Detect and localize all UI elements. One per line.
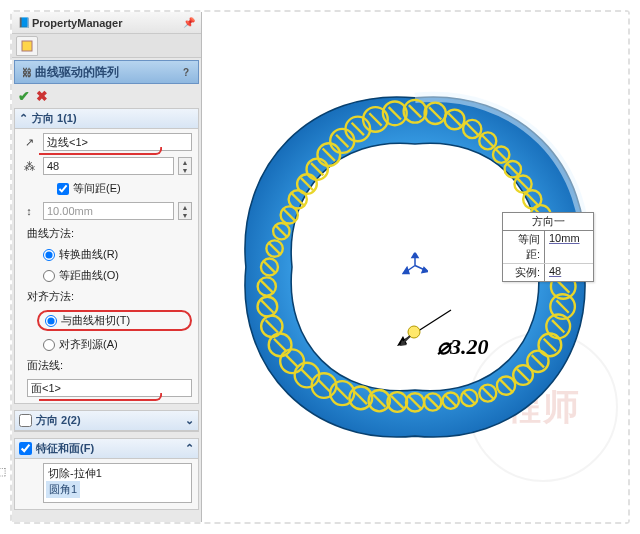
- instances-spinner[interactable]: ▲▼: [178, 157, 192, 175]
- book-icon: 📘: [16, 15, 32, 31]
- direction2-panel: 方向 2(2) ⌄: [14, 410, 199, 432]
- align-method-label: 对齐方法:: [27, 289, 192, 304]
- callout-row[interactable]: 等间距: 10mm: [503, 231, 593, 264]
- face-select-field[interactable]: 面<1>: [27, 379, 192, 397]
- spacing-spinner[interactable]: ▲▼: [178, 202, 192, 220]
- feature-list[interactable]: 切除-拉伸1 圆角1: [43, 463, 192, 503]
- tab-feature-icon[interactable]: [16, 36, 38, 56]
- face-normal-label: 面法线:: [27, 358, 192, 373]
- property-manager-panel: 📘 PropertyManager 📌 ⛓ 曲线驱动的阵列 ? ✔ ✖ ⌃ 方向…: [12, 12, 202, 522]
- equal-spacing-checkbox[interactable]: 等间距(E): [57, 181, 121, 196]
- features-checkbox[interactable]: [19, 442, 32, 455]
- svg-marker-102: [403, 268, 409, 274]
- list-item[interactable]: 切除-拉伸1: [46, 466, 189, 481]
- direction1-title: 方向 1(1): [32, 111, 77, 126]
- direction-callout[interactable]: 方向一 等间距: 10mm 实例: 48: [502, 212, 594, 282]
- features-header[interactable]: 特征和面(F) ⌃: [15, 439, 198, 459]
- chevron-down-icon: ⌄: [185, 414, 194, 427]
- instances-input[interactable]: 48: [43, 157, 174, 175]
- chevron-up-icon: ⌃: [185, 442, 194, 455]
- pattern-icon: ⛓: [19, 64, 35, 80]
- graphics-viewport[interactable]: 程师: [202, 12, 628, 522]
- spacing-input[interactable]: 10.00mm: [43, 202, 174, 220]
- ok-button[interactable]: ✔: [18, 88, 30, 104]
- features-title: 特征和面(F): [36, 441, 94, 456]
- callout-title: 方向一: [503, 213, 593, 231]
- pm-tabs: [12, 34, 201, 58]
- radio-align-to-seed[interactable]: 对齐到源(A): [43, 337, 192, 352]
- instances-icon: ⁂: [19, 158, 39, 174]
- ok-cancel-bar: ✔ ✖: [12, 86, 201, 106]
- pm-title: PropertyManager: [32, 17, 181, 29]
- svg-rect-0: [22, 41, 32, 51]
- direction-arrow-icon[interactable]: ↗: [19, 134, 39, 150]
- pin-icon[interactable]: 📌: [181, 15, 197, 31]
- list-item[interactable]: 圆角1: [46, 481, 80, 498]
- direction2-title: 方向 2(2): [36, 413, 81, 428]
- features-panel: 特征和面(F) ⌃ ⬚ 切除-拉伸1 圆角1: [14, 438, 199, 510]
- direction2-header[interactable]: 方向 2(2) ⌄: [15, 411, 198, 431]
- diameter-dimension[interactable]: ⌀3.20: [437, 334, 489, 360]
- feature-title-bar: ⛓ 曲线驱动的阵列 ?: [14, 60, 199, 84]
- curve-method-label: 曲线方法:: [27, 226, 192, 241]
- cancel-button[interactable]: ✖: [36, 88, 48, 104]
- direction1-panel: ⌃ 方向 1(1) ↗ 边线<1> ⁂ 48 ▲▼ 等间距(E): [14, 108, 199, 404]
- spacing-icon: ↕: [19, 203, 39, 219]
- radio-offset-curve[interactable]: 等距曲线(O): [43, 268, 192, 283]
- origin-triad-icon: [402, 253, 428, 282]
- help-icon[interactable]: ?: [178, 64, 194, 80]
- radio-transform-curve[interactable]: 转换曲线(R): [43, 247, 192, 262]
- features-icon: ⬚: [0, 463, 11, 479]
- svg-marker-100: [422, 268, 428, 273]
- svg-marker-98: [412, 253, 418, 258]
- callout-row[interactable]: 实例: 48: [503, 264, 593, 281]
- cursor-icon: [398, 322, 424, 352]
- radio-tangent-to-curve[interactable]: 与曲线相切(T): [45, 313, 130, 328]
- direction2-checkbox[interactable]: [19, 414, 32, 427]
- direction1-header[interactable]: ⌃ 方向 1(1): [15, 109, 198, 129]
- pm-titlebar: 📘 PropertyManager 📌: [12, 12, 201, 34]
- chevron-up-icon: ⌃: [19, 112, 28, 125]
- feature-name: 曲线驱动的阵列: [35, 64, 178, 81]
- equal-spacing-label: 等间距(E): [73, 181, 121, 196]
- edge-select-field[interactable]: 边线<1>: [43, 133, 192, 151]
